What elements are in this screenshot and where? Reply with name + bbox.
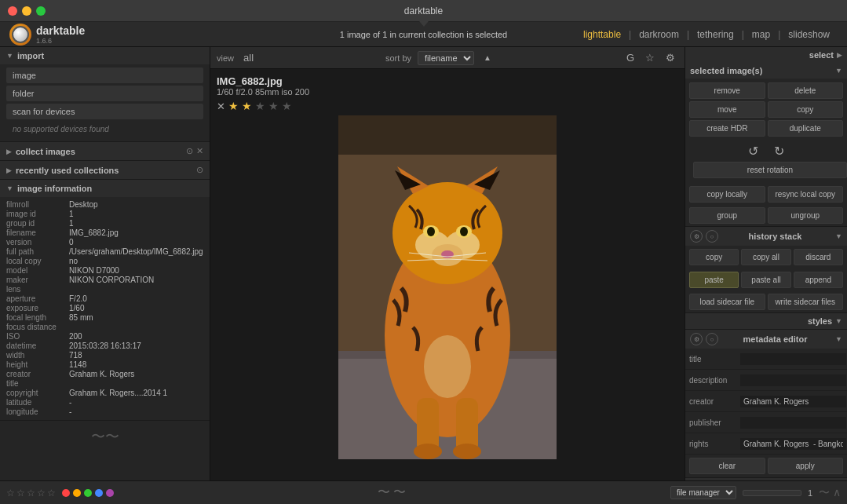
- minimize-button[interactable]: [22, 6, 31, 16]
- duplicate-button[interactable]: duplicate: [768, 120, 844, 137]
- collect-images-header[interactable]: ▶ collect images ⊙ ✕: [0, 142, 210, 160]
- info-row: focus distance: [6, 323, 203, 331]
- move-button[interactable]: move: [689, 101, 765, 118]
- star-1[interactable]: ★: [228, 100, 239, 112]
- star-3[interactable]: ★: [255, 100, 265, 112]
- star-reject[interactable]: ✕: [217, 100, 225, 112]
- rotate-ccw-button[interactable]: ↺: [748, 144, 758, 159]
- rotate-cw-button[interactable]: ↻: [774, 144, 784, 159]
- reset-rotation-button[interactable]: reset rotation: [693, 162, 847, 178]
- meta-clear-button[interactable]: clear: [689, 458, 765, 474]
- all-button[interactable]: all: [240, 50, 257, 65]
- history-append-button[interactable]: append: [794, 272, 843, 288]
- image-header: IMG_6882.jpg 1/60 f/2.0 85mm iso 200 ✕ ★…: [217, 75, 678, 115]
- nav-slideshow[interactable]: slideshow: [780, 29, 838, 40]
- nav-links: lighttable | darkroom | tethering | map …: [575, 29, 838, 40]
- meta-apply-button[interactable]: apply: [768, 458, 844, 474]
- history-circle-icon[interactable]: ○: [706, 230, 718, 243]
- recently-used-header[interactable]: ▶ recently used collections ⊙: [0, 161, 210, 179]
- selected-images-subheader[interactable]: selected image(s) ▼: [685, 63, 847, 79]
- history-paste-all-button[interactable]: paste all: [741, 272, 790, 288]
- sort-asc-button[interactable]: ▲: [480, 52, 495, 64]
- curve-icon-left: 〜: [378, 484, 390, 501]
- bottom-star-3[interactable]: ☆: [27, 488, 35, 499]
- svg-rect-26: [338, 115, 557, 155]
- meta-settings-icon[interactable]: ⚙: [690, 333, 703, 345]
- styles-header[interactable]: styles ▼: [685, 313, 847, 329]
- color-dot-red[interactable]: [62, 489, 70, 497]
- star-5[interactable]: ★: [282, 100, 292, 112]
- g-button[interactable]: G: [623, 50, 637, 65]
- history-stack-section: ⚙ ○ history stack ▼ copy copy all discar…: [685, 227, 847, 313]
- history-copy-button[interactable]: copy: [689, 249, 739, 265]
- nav-lighttable[interactable]: lighttable: [575, 29, 629, 40]
- star-2[interactable]: ★: [242, 100, 252, 112]
- info-row: focal length85 mm: [6, 313, 203, 322]
- color-dot-yellow[interactable]: [73, 489, 81, 497]
- select-arrow-icon: ▶: [837, 51, 842, 59]
- meta-field-input-description[interactable]: [740, 374, 846, 386]
- file-manager-select[interactable]: file manager: [670, 486, 736, 499]
- resync-button[interactable]: resync local copy: [768, 186, 844, 203]
- collect-icon2[interactable]: ✕: [196, 146, 203, 156]
- right-sidebar-collapse[interactable]: ▶: [685, 252, 685, 276]
- color-dot-purple[interactable]: [106, 489, 114, 497]
- import-section-header[interactable]: ▼ import: [0, 47, 210, 64]
- import-folder-button[interactable]: folder: [6, 86, 203, 101]
- color-dot-green[interactable]: [84, 489, 92, 497]
- metadata-editor-header[interactable]: ⚙ ○ metadata editor ▼: [685, 330, 847, 349]
- bottom-star-2[interactable]: ☆: [16, 488, 25, 499]
- traffic-lights[interactable]: [8, 6, 46, 16]
- history-discard-button[interactable]: discard: [794, 249, 843, 265]
- ungroup-button[interactable]: ungroup: [768, 207, 844, 224]
- meta-circle-icon[interactable]: ○: [706, 333, 718, 345]
- history-stack-header[interactable]: ⚙ ○ history stack ▼: [685, 227, 847, 246]
- local-copy-row: copy locally resync local copy: [685, 184, 847, 205]
- star-button[interactable]: ☆: [642, 50, 658, 65]
- history-paste-button[interactable]: paste: [689, 272, 739, 288]
- progress-bar: [743, 490, 801, 496]
- history-copy-all-button[interactable]: copy all: [741, 249, 790, 265]
- write-sidecar-button[interactable]: write sidecar files: [768, 294, 844, 310]
- load-sidecar-button[interactable]: load sidecar file: [689, 294, 765, 310]
- recently-icon[interactable]: ⊙: [196, 165, 203, 175]
- meta-field-input-rights[interactable]: [740, 438, 846, 450]
- star-4[interactable]: ★: [268, 100, 279, 112]
- collect-icon1[interactable]: ⊙: [186, 146, 193, 156]
- copy-locally-button[interactable]: copy locally: [689, 186, 765, 203]
- bottom-star-5[interactable]: ☆: [47, 488, 56, 499]
- nav-map[interactable]: map: [744, 29, 778, 40]
- settings-button[interactable]: ⚙: [663, 50, 678, 65]
- meta-field-input-title[interactable]: [740, 353, 846, 365]
- group-button[interactable]: group: [689, 207, 765, 224]
- info-row: full path/Users/graham/Desktop/IMG_6882.…: [6, 247, 203, 256]
- scan-devices-button[interactable]: scan for devices: [6, 104, 203, 119]
- tagging-header[interactable]: ○ tagging ▶: [685, 478, 847, 480]
- info-row: version0: [6, 238, 203, 247]
- close-button[interactable]: [8, 6, 17, 16]
- logo-icon: [9, 24, 31, 46]
- image-metadata: 1/60 f/2.0 85mm iso 200: [217, 87, 678, 97]
- titlebar: darktable: [0, 0, 847, 22]
- history-settings-icon[interactable]: ⚙: [690, 230, 703, 243]
- meta-field-input-creator[interactable]: [740, 396, 846, 407]
- meta-field-input-publisher[interactable]: [740, 417, 846, 429]
- collect-arrow-icon: ▶: [6, 148, 12, 155]
- bottom-star-4[interactable]: ☆: [37, 488, 46, 499]
- import-image-button[interactable]: image: [6, 68, 203, 83]
- delete-button[interactable]: delete: [768, 82, 844, 99]
- create-hdr-button[interactable]: create HDR: [689, 120, 765, 137]
- nav-tethering[interactable]: tethering: [689, 29, 742, 40]
- nav-darkroom[interactable]: darkroom: [631, 29, 687, 40]
- selected-images-header[interactable]: select ▶: [685, 47, 847, 63]
- curve-icon-right: 〜: [393, 484, 406, 501]
- copy-button[interactable]: copy: [768, 101, 844, 118]
- bottom-star-1[interactable]: ☆: [6, 488, 15, 499]
- metadata-fields: title ▲▼ description ▲▼ creator ▲▼ publi…: [685, 349, 847, 455]
- meta-field-row: title ▲▼: [685, 349, 847, 370]
- sort-select[interactable]: filename: [418, 51, 474, 65]
- image-info-header[interactable]: ▼ image information: [0, 180, 210, 197]
- remove-button[interactable]: remove: [689, 82, 765, 99]
- color-dot-blue[interactable]: [95, 489, 103, 497]
- maximize-button[interactable]: [36, 6, 46, 16]
